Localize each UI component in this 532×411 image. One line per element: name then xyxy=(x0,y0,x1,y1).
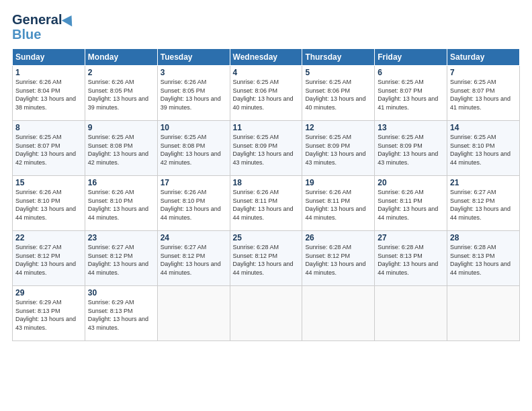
calendar-cell-3: 3Sunrise: 6:26 AMSunset: 8:05 PMDaylight… xyxy=(157,66,230,121)
day-info: Sunrise: 6:26 AMSunset: 8:11 PMDaylight:… xyxy=(378,189,438,221)
day-info: Sunrise: 6:27 AMSunset: 8:12 PMDaylight:… xyxy=(15,244,76,276)
calendar-cell-2: 2Sunrise: 6:26 AMSunset: 8:05 PMDaylight… xyxy=(85,66,157,121)
calendar-week-row: 8Sunrise: 6:25 AMSunset: 8:07 PMDaylight… xyxy=(13,121,520,176)
day-info: Sunrise: 6:26 AMSunset: 8:11 PMDaylight:… xyxy=(305,189,365,221)
day-info: Sunrise: 6:25 AMSunset: 8:06 PMDaylight:… xyxy=(305,79,365,111)
calendar-table: SundayMondayTuesdayWednesdayThursdayFrid… xyxy=(12,48,520,341)
day-info: Sunrise: 6:26 AMSunset: 8:11 PMDaylight:… xyxy=(233,189,294,221)
day-number: 26 xyxy=(305,233,371,242)
calendar-cell-26: 26Sunrise: 6:28 AMSunset: 8:12 PMDayligh… xyxy=(302,231,375,286)
calendar-week-row: 15Sunrise: 6:26 AMSunset: 8:10 PMDayligh… xyxy=(13,176,520,231)
day-number: 4 xyxy=(233,68,300,77)
calendar-cell-6: 6Sunrise: 6:25 AMSunset: 8:07 PMDaylight… xyxy=(375,66,447,121)
day-number: 25 xyxy=(233,233,300,242)
day-number: 29 xyxy=(15,288,82,298)
day-info: Sunrise: 6:25 AMSunset: 8:10 PMDaylight:… xyxy=(450,134,511,166)
calendar-header-wednesday: Wednesday xyxy=(230,49,302,66)
empty-cell xyxy=(157,286,230,341)
day-number: 10 xyxy=(161,123,227,132)
day-number: 14 xyxy=(450,123,517,132)
day-number: 20 xyxy=(378,178,444,187)
day-number: 11 xyxy=(233,123,300,132)
calendar-cell-1: 1Sunrise: 6:26 AMSunset: 8:04 PMDaylight… xyxy=(13,66,85,121)
calendar-week-row: 1Sunrise: 6:26 AMSunset: 8:04 PMDaylight… xyxy=(13,66,520,121)
day-info: Sunrise: 6:26 AMSunset: 8:10 PMDaylight:… xyxy=(15,189,76,221)
day-info: Sunrise: 6:25 AMSunset: 8:09 PMDaylight:… xyxy=(378,134,438,166)
day-info: Sunrise: 6:27 AMSunset: 8:12 PMDaylight:… xyxy=(88,244,148,276)
calendar-cell-18: 18Sunrise: 6:26 AMSunset: 8:11 PMDayligh… xyxy=(230,176,302,231)
day-info: Sunrise: 6:25 AMSunset: 8:07 PMDaylight:… xyxy=(450,79,511,111)
calendar-cell-4: 4Sunrise: 6:25 AMSunset: 8:06 PMDaylight… xyxy=(230,66,302,121)
day-number: 2 xyxy=(88,68,154,77)
empty-cell xyxy=(302,286,375,341)
calendar-cell-22: 22Sunrise: 6:27 AMSunset: 8:12 PMDayligh… xyxy=(13,231,85,286)
calendar-cell-12: 12Sunrise: 6:25 AMSunset: 8:09 PMDayligh… xyxy=(302,121,375,176)
calendar-cell-15: 15Sunrise: 6:26 AMSunset: 8:10 PMDayligh… xyxy=(13,176,85,231)
calendar-header-thursday: Thursday xyxy=(302,49,375,66)
calendar-week-row: 29Sunrise: 6:29 AMSunset: 8:13 PMDayligh… xyxy=(13,286,520,341)
calendar-header-monday: Monday xyxy=(85,49,157,66)
day-number: 16 xyxy=(88,178,154,187)
day-info: Sunrise: 6:28 AMSunset: 8:12 PMDaylight:… xyxy=(233,244,294,276)
day-info: Sunrise: 6:28 AMSunset: 8:13 PMDaylight:… xyxy=(378,244,438,276)
day-number: 19 xyxy=(305,178,371,187)
calendar-cell-29: 29Sunrise: 6:29 AMSunset: 8:13 PMDayligh… xyxy=(13,286,85,341)
day-number: 17 xyxy=(161,178,227,187)
day-number: 23 xyxy=(88,233,154,242)
day-info: Sunrise: 6:25 AMSunset: 8:09 PMDaylight:… xyxy=(233,134,294,166)
calendar-cell-21: 21Sunrise: 6:27 AMSunset: 8:12 PMDayligh… xyxy=(447,176,520,231)
day-info: Sunrise: 6:25 AMSunset: 8:06 PMDaylight:… xyxy=(233,79,294,111)
calendar-cell-25: 25Sunrise: 6:28 AMSunset: 8:12 PMDayligh… xyxy=(230,231,302,286)
day-number: 18 xyxy=(233,178,300,187)
day-info: Sunrise: 6:28 AMSunset: 8:12 PMDaylight:… xyxy=(305,244,365,276)
calendar-cell-23: 23Sunrise: 6:27 AMSunset: 8:12 PMDayligh… xyxy=(85,231,157,286)
calendar-cell-19: 19Sunrise: 6:26 AMSunset: 8:11 PMDayligh… xyxy=(302,176,375,231)
day-number: 28 xyxy=(450,233,517,242)
day-info: Sunrise: 6:25 AMSunset: 8:08 PMDaylight:… xyxy=(161,134,221,166)
day-number: 7 xyxy=(450,68,517,77)
calendar-cell-13: 13Sunrise: 6:25 AMSunset: 8:09 PMDayligh… xyxy=(375,121,447,176)
calendar-cell-14: 14Sunrise: 6:25 AMSunset: 8:10 PMDayligh… xyxy=(447,121,520,176)
day-number: 24 xyxy=(161,233,227,242)
calendar-cell-16: 16Sunrise: 6:26 AMSunset: 8:10 PMDayligh… xyxy=(85,176,157,231)
day-info: Sunrise: 6:27 AMSunset: 8:12 PMDaylight:… xyxy=(450,189,511,221)
calendar-cell-8: 8Sunrise: 6:25 AMSunset: 8:07 PMDaylight… xyxy=(13,121,85,176)
calendar-header-friday: Friday xyxy=(375,49,447,66)
day-number: 1 xyxy=(15,68,82,77)
day-number: 27 xyxy=(378,233,444,242)
header: General Blue xyxy=(12,12,520,42)
day-number: 15 xyxy=(15,178,82,187)
logo: General Blue xyxy=(12,12,75,42)
day-number: 3 xyxy=(161,68,227,77)
calendar-cell-30: 30Sunrise: 6:29 AMSunset: 8:13 PMDayligh… xyxy=(85,286,157,341)
day-info: Sunrise: 6:26 AMSunset: 8:04 PMDaylight:… xyxy=(15,79,76,111)
day-number: 12 xyxy=(305,123,371,132)
calendar-header-sunday: Sunday xyxy=(13,49,85,66)
day-info: Sunrise: 6:29 AMSunset: 8:13 PMDaylight:… xyxy=(15,299,76,331)
calendar-cell-5: 5Sunrise: 6:25 AMSunset: 8:06 PMDaylight… xyxy=(302,66,375,121)
logo-line2: Blue xyxy=(12,27,41,42)
day-info: Sunrise: 6:25 AMSunset: 8:09 PMDaylight:… xyxy=(305,134,365,166)
day-info: Sunrise: 6:25 AMSunset: 8:07 PMDaylight:… xyxy=(15,134,76,166)
day-info: Sunrise: 6:27 AMSunset: 8:12 PMDaylight:… xyxy=(161,244,221,276)
calendar-cell-27: 27Sunrise: 6:28 AMSunset: 8:13 PMDayligh… xyxy=(375,231,447,286)
day-number: 5 xyxy=(305,68,371,77)
calendar-header-saturday: Saturday xyxy=(447,49,520,66)
calendar-cell-7: 7Sunrise: 6:25 AMSunset: 8:07 PMDaylight… xyxy=(447,66,520,121)
calendar-cell-9: 9Sunrise: 6:25 AMSunset: 8:08 PMDaylight… xyxy=(85,121,157,176)
day-info: Sunrise: 6:26 AMSunset: 8:10 PMDaylight:… xyxy=(161,189,221,221)
calendar-week-row: 22Sunrise: 6:27 AMSunset: 8:12 PMDayligh… xyxy=(13,231,520,286)
logo-line1: General xyxy=(12,12,62,27)
calendar-cell-11: 11Sunrise: 6:25 AMSunset: 8:09 PMDayligh… xyxy=(230,121,302,176)
day-info: Sunrise: 6:26 AMSunset: 8:05 PMDaylight:… xyxy=(88,79,148,111)
logo-triangle-icon xyxy=(62,12,77,26)
calendar-cell-20: 20Sunrise: 6:26 AMSunset: 8:11 PMDayligh… xyxy=(375,176,447,231)
day-number: 22 xyxy=(15,233,82,242)
day-number: 8 xyxy=(15,123,82,132)
day-info: Sunrise: 6:25 AMSunset: 8:08 PMDaylight:… xyxy=(88,134,148,166)
day-number: 9 xyxy=(88,123,154,132)
day-number: 13 xyxy=(378,123,444,132)
day-number: 21 xyxy=(450,178,517,187)
page: General Blue SundayMondayTuesdayWednesda… xyxy=(0,0,532,411)
calendar-cell-17: 17Sunrise: 6:26 AMSunset: 8:10 PMDayligh… xyxy=(157,176,230,231)
